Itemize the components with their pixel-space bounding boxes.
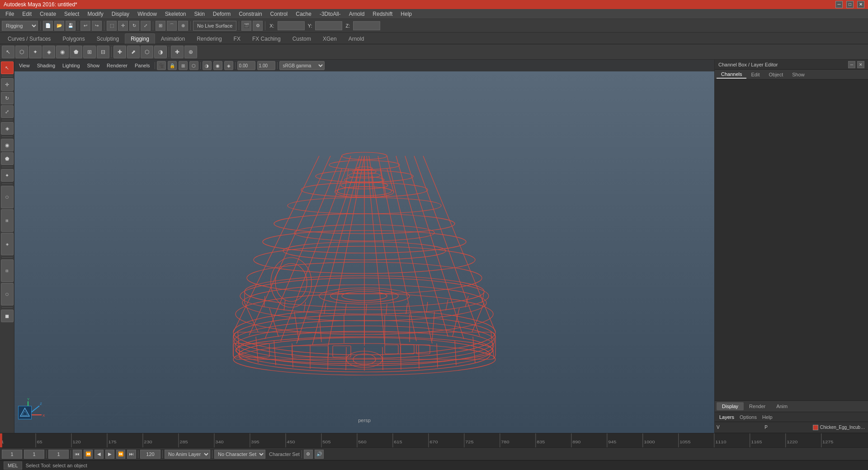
vp-solid-btn[interactable]: ◉ <box>213 61 222 70</box>
play-btn[interactable]: ▶ <box>105 450 114 459</box>
menu-item-file[interactable]: File <box>2 10 18 18</box>
vp-lock-btn[interactable]: 🔒 <box>168 61 177 70</box>
script-mode-label[interactable]: MEL <box>4 461 22 470</box>
character-set-select[interactable]: No Character Set <box>214 450 265 459</box>
shelf-plus2-btn[interactable]: ⊕ <box>184 46 197 58</box>
render-settings-button[interactable]: ⚙ <box>253 21 263 31</box>
shelf-ik-btn[interactable]: ⬈ <box>127 46 140 58</box>
move-tool-button[interactable]: ✛ <box>118 21 128 31</box>
menu-item-select[interactable]: Select <box>61 10 83 18</box>
timeline-ruler[interactable]: 1 65 120 175 230 285 340 395 450 505 <box>0 433 868 447</box>
coord-y-input[interactable] <box>315 21 342 30</box>
shelf-paint-btn[interactable]: ✦ <box>29 46 42 58</box>
tab-item-xgen[interactable]: XGen <box>317 33 343 44</box>
disp-tab-render[interactable]: Render <box>744 402 771 410</box>
multi-btn-2[interactable]: ⊞ <box>1 209 14 232</box>
mode-selector[interactable]: Rigging <box>2 21 38 31</box>
settings-btn-bottom[interactable]: ⚙ <box>304 450 313 459</box>
shelf-select-btn[interactable]: ↖ <box>2 46 14 58</box>
menu-item-constrain[interactable]: Constrain <box>235 10 265 18</box>
shelf-lattice-btn[interactable]: ⊞ <box>83 46 96 58</box>
vp-value1-input[interactable] <box>237 61 255 70</box>
tab-item-custom[interactable]: Custom <box>287 33 317 44</box>
shelf-joint-btn[interactable]: ✚ <box>113 46 126 58</box>
tab-item-curves---surfaces[interactable]: Curves / Surfaces <box>2 33 57 44</box>
new-file-button[interactable]: 📄 <box>43 21 53 31</box>
multi-btn-3[interactable]: ◈ <box>1 233 14 255</box>
next-key-btn[interactable]: ⏩ <box>116 450 125 459</box>
vp-cam-btn[interactable]: 🎥 <box>157 61 166 70</box>
snap-grid-button[interactable]: ⊞ <box>156 21 165 31</box>
select-tool-left[interactable]: ↖ <box>1 61 14 74</box>
redo-button[interactable]: ↪ <box>92 21 102 31</box>
vp-gamma-select[interactable]: sRGB gamma <box>279 61 325 70</box>
menu-item-deform[interactable]: Deform <box>209 10 234 18</box>
go-end-btn[interactable]: ⏭ <box>127 450 136 459</box>
tab-item-animation[interactable]: Animation <box>155 33 191 44</box>
channel-box-minimize-btn[interactable]: ─ <box>848 61 855 68</box>
menu-item-modify[interactable]: Modify <box>84 10 107 18</box>
menu-item-display[interactable]: Display <box>108 10 133 18</box>
soft-select-left[interactable]: ◈ <box>1 122 14 135</box>
tab-item-arnold[interactable]: Arnold <box>343 33 370 44</box>
undo-button[interactable]: ↩ <box>80 21 90 31</box>
disp-tab-anim[interactable]: Anim <box>771 402 793 410</box>
disp-tab-display[interactable]: Display <box>717 402 744 410</box>
menu-item-arnold[interactable]: Arnold <box>345 10 368 18</box>
tab-item-fx[interactable]: FX <box>228 33 246 44</box>
menu-item---dtoall-[interactable]: -3DtoAll- <box>316 10 344 18</box>
tab-show[interactable]: Show <box>788 71 809 78</box>
shelf-wire-btn[interactable]: ⊟ <box>97 46 109 58</box>
tab-item-rendering[interactable]: Rendering <box>191 33 227 44</box>
vp-menu-renderer[interactable]: Renderer <box>104 63 130 68</box>
shelf-smooth-btn[interactable]: ◑ <box>154 46 167 58</box>
vp-menu-panels[interactable]: Panels <box>132 63 153 68</box>
shelf-plus-btn[interactable]: ✚ <box>171 46 184 58</box>
layer-item[interactable]: V P Chicken_Egg_Incubator_mb_standart:Ch… <box>715 422 868 433</box>
open-file-button[interactable]: 📂 <box>54 21 64 31</box>
shelf-soft-btn[interactable]: ◈ <box>42 46 55 58</box>
frame-start-input[interactable] <box>2 450 22 459</box>
vp-grid-btn[interactable]: ⊞ <box>179 61 188 70</box>
layers-tab-help[interactable]: Help <box>760 414 774 420</box>
frame-end-input[interactable] <box>140 450 160 459</box>
vp-menu-lighting[interactable]: Lighting <box>60 63 83 68</box>
sound-btn[interactable]: 🔊 <box>315 450 324 459</box>
paint-left[interactable]: ⬟ <box>1 152 14 165</box>
no-live-surface-button[interactable]: No Live Surface <box>193 21 236 31</box>
render-button[interactable]: 🎬 <box>241 21 251 31</box>
go-start-btn[interactable]: ⏮ <box>73 450 82 459</box>
shelf-sculpt-btn[interactable]: ◉ <box>56 46 69 58</box>
vp-menu-view[interactable]: View <box>16 63 33 68</box>
menu-item-control[interactable]: Control <box>267 10 292 18</box>
shelf-deform-btn[interactable]: ⬟ <box>70 46 82 58</box>
shelf-bind-btn[interactable]: ⬡ <box>141 46 153 58</box>
menu-item-help[interactable]: Help <box>397 10 415 18</box>
scale-tool-button[interactable]: ⤢ <box>141 21 151 31</box>
frame-position-input[interactable] <box>48 450 69 459</box>
vp-menu-shading[interactable]: Shading <box>34 63 58 68</box>
rotate-tool-button[interactable]: ↻ <box>129 21 139 31</box>
menu-item-window[interactable]: Window <box>134 10 160 18</box>
shelf-lasso-btn[interactable]: ⬡ <box>15 46 28 58</box>
viewport[interactable]: View Shading Lighting Show Renderer Pane… <box>14 60 714 433</box>
tab-item-fx-caching[interactable]: FX Caching <box>246 33 287 44</box>
vp-value2-input[interactable] <box>257 61 275 70</box>
minimize-button[interactable]: ─ <box>835 1 843 8</box>
close-button[interactable]: ✕ <box>857 1 864 8</box>
coord-z-input[interactable] <box>353 21 380 30</box>
rotate-tool-left[interactable]: ↻ <box>1 92 14 104</box>
play-back-btn[interactable]: ◀ <box>94 450 104 459</box>
select-tool-button[interactable]: ⬚ <box>107 21 117 31</box>
vp-wire-btn[interactable]: ⬡ <box>189 61 198 70</box>
channel-box-close-btn[interactable]: ✕ <box>857 61 864 68</box>
menu-item-cache[interactable]: Cache <box>292 10 315 18</box>
tab-item-sculpting[interactable]: Sculpting <box>91 33 125 44</box>
misc-btn-1[interactable]: ◼ <box>1 310 14 322</box>
prev-key-btn[interactable]: ⏪ <box>84 450 93 459</box>
menu-item-edit[interactable]: Edit <box>19 10 35 18</box>
scale-tool-left[interactable]: ⤢ <box>1 105 14 118</box>
snap-point-button[interactable]: ⊕ <box>178 21 188 31</box>
snap-curve-button[interactable]: ⌒ <box>167 21 177 31</box>
tab-item-rigging[interactable]: Rigging <box>125 33 155 44</box>
